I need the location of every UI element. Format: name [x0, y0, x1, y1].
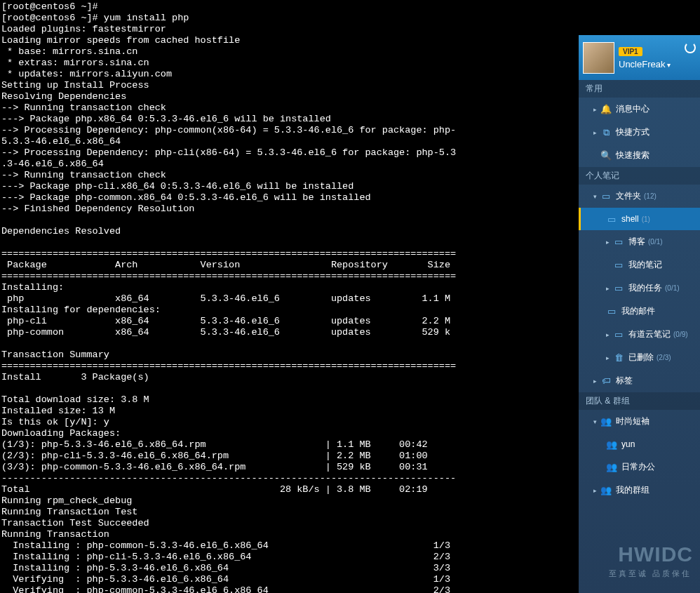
chevron-right-icon	[606, 285, 612, 292]
section-teams: 团队 & 群组	[579, 392, 700, 410]
chevron-right-icon	[593, 106, 599, 113]
menu-label: 标签	[616, 375, 633, 387]
menu-label: 快速搜索	[616, 149, 649, 161]
menu-youdao[interactable]: ▭ 有道云笔记 (0/9)	[579, 323, 700, 346]
section-common: 常用	[579, 80, 700, 98]
menu-shell[interactable]: ▭ shell (1)	[579, 208, 700, 230]
menu-label: yun	[621, 439, 635, 449]
menu-msg-center[interactable]: 🔔 消息中心	[579, 98, 700, 121]
menu-shortcuts[interactable]: ⧉ 快捷方式	[579, 121, 700, 144]
note-icon: ▭	[606, 213, 617, 225]
menu-yun[interactable]: 👥 yun	[579, 433, 700, 455]
menu-fashion[interactable]: 👥 时尚短袖	[579, 410, 700, 433]
menu-blog[interactable]: ▭ 博客 (0/1)	[579, 230, 700, 253]
terminal-output: [root@centos6 ~]# [root@centos6 ~]# yum …	[0, 0, 579, 593]
menu-my-mail[interactable]: ▭ 我的邮件	[579, 300, 700, 323]
menu-label: 我的任务	[628, 282, 662, 294]
refresh-icon[interactable]	[685, 42, 696, 53]
chevron-right-icon	[606, 354, 612, 361]
chevron-right-icon	[593, 378, 599, 385]
section-personal-notes: 个人笔记	[579, 167, 700, 185]
vip-badge: VIP1	[619, 47, 642, 56]
menu-quick-search[interactable]: 🔍 快速搜索	[579, 144, 700, 167]
sidebar-panel: VIP1 UncleFreak 常用 🔔 消息中心 ⧉ 快捷方式 🔍 快速搜索 …	[579, 35, 700, 593]
group-icon: 👥	[606, 462, 617, 473]
user-info: VIP1 UncleFreak	[619, 46, 685, 69]
menu-label: 消息中心	[616, 103, 649, 115]
note-icon: ▭	[613, 329, 624, 340]
tagline: 至真至诚 品质保住	[609, 568, 692, 579]
menu-label: 快捷方式	[616, 126, 649, 138]
avatar[interactable]	[583, 42, 614, 74]
menu-my-tasks[interactable]: ▭ 我的任务 (0/1)	[579, 276, 700, 300]
menu-label: 我的群组	[616, 484, 649, 496]
group-icon: 👥	[600, 416, 612, 427]
menu-folder[interactable]: ▭ 文件夹 (12)	[579, 185, 700, 208]
search-icon: 🔍	[600, 150, 612, 161]
menu-label: 时尚短袖	[616, 415, 649, 427]
menu-label: 有道云笔记	[628, 328, 671, 340]
note-icon: ▭	[613, 283, 624, 294]
menu-deleted[interactable]: 🗑 已删除 (2/3)	[579, 346, 700, 369]
count-badge: (0/9)	[673, 331, 688, 338]
chevron-right-icon	[606, 239, 612, 246]
count-badge: (1)	[642, 215, 650, 223]
chevron-right-icon	[593, 487, 599, 494]
menu-tags[interactable]: 🏷 标签	[579, 369, 700, 392]
menu-label: 日常办公	[621, 461, 655, 473]
chevron-right-icon	[606, 331, 612, 338]
group-icon: 👥	[606, 439, 617, 450]
chevron-down-icon	[593, 193, 599, 200]
bell-icon: 🔔	[600, 104, 612, 115]
count-badge: (0/1)	[665, 284, 680, 292]
note-icon: ▭	[613, 236, 624, 248]
menu-label: 文件夹	[616, 190, 641, 202]
menu-label: 已删除	[628, 352, 654, 364]
user-header: VIP1 UncleFreak	[579, 35, 700, 80]
logo: HWIDC	[618, 542, 693, 566]
tag-icon: 🏷	[600, 375, 612, 387]
chevron-down-icon	[593, 418, 599, 425]
menu-my-notes[interactable]: ▭ 我的笔记	[579, 253, 700, 276]
menu-label: 我的邮件	[621, 305, 655, 317]
folder-icon: ▭	[600, 191, 612, 202]
shortcut-icon: ⧉	[600, 127, 612, 138]
menu-daily-office[interactable]: 👥 日常办公	[579, 455, 700, 479]
count-badge: (12)	[644, 192, 657, 200]
count-badge: (0/1)	[648, 238, 663, 246]
menu-label: 博客	[628, 236, 645, 248]
count-badge: (2/3)	[657, 354, 671, 361]
menu-my-groups[interactable]: 👥 我的群组	[579, 479, 700, 502]
note-icon: ▭	[606, 306, 617, 317]
note-icon: ▭	[613, 260, 624, 271]
group-icon: 👥	[600, 485, 612, 496]
username-dropdown[interactable]: UncleFreak	[619, 59, 685, 69]
menu-label: shell	[621, 214, 639, 224]
trash-icon: 🗑	[613, 352, 624, 364]
menu-label: 我的笔记	[628, 259, 662, 271]
chevron-right-icon	[593, 129, 599, 136]
